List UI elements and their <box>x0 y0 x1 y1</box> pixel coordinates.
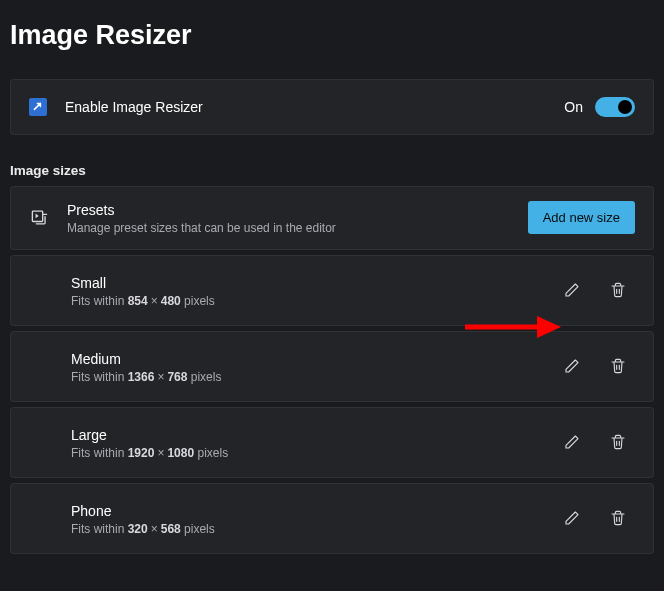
toggle-knob <box>618 100 632 114</box>
pencil-icon <box>564 510 580 526</box>
size-preset-large: Large Fits within 1920×1080 pixels <box>10 407 654 478</box>
size-dimensions: Fits within 1920×1080 pixels <box>71 446 543 460</box>
presets-icon <box>29 208 49 228</box>
presets-desc: Manage preset sizes that can be used in … <box>67 221 528 235</box>
page-title: Image Resizer <box>10 20 654 51</box>
size-preset-small: Small Fits within 854×480 pixels <box>10 255 654 326</box>
image-resizer-icon <box>29 98 47 116</box>
edit-button[interactable] <box>555 501 589 535</box>
delete-button[interactable] <box>601 425 635 459</box>
size-preset-medium: Medium Fits within 1366×768 pixels <box>10 331 654 402</box>
add-new-size-button[interactable]: Add new size <box>528 201 635 234</box>
enable-image-resizer-setting: Enable Image Resizer On <box>10 79 654 135</box>
edit-button[interactable] <box>555 273 589 307</box>
trash-icon <box>610 434 626 450</box>
size-dimensions: Fits within 320×568 pixels <box>71 522 543 536</box>
presets-title: Presets <box>67 201 528 221</box>
trash-icon <box>610 510 626 526</box>
pencil-icon <box>564 358 580 374</box>
trash-icon <box>610 282 626 298</box>
size-dimensions: Fits within 854×480 pixels <box>71 294 543 308</box>
pencil-icon <box>564 434 580 450</box>
presets-header: Presets Manage preset sizes that can be … <box>10 186 654 250</box>
size-name: Small <box>71 273 543 294</box>
delete-button[interactable] <box>601 501 635 535</box>
size-dimensions: Fits within 1366×768 pixels <box>71 370 543 384</box>
trash-icon <box>610 358 626 374</box>
image-sizes-section-label: Image sizes <box>10 163 654 178</box>
delete-button[interactable] <box>601 349 635 383</box>
edit-button[interactable] <box>555 425 589 459</box>
delete-button[interactable] <box>601 273 635 307</box>
size-name: Medium <box>71 349 543 370</box>
enable-label: Enable Image Resizer <box>65 99 564 115</box>
pencil-icon <box>564 282 580 298</box>
enable-toggle[interactable] <box>595 97 635 117</box>
size-name: Large <box>71 425 543 446</box>
size-name: Phone <box>71 501 543 522</box>
size-preset-phone: Phone Fits within 320×568 pixels <box>10 483 654 554</box>
toggle-state-text: On <box>564 99 583 115</box>
edit-button[interactable] <box>555 349 589 383</box>
